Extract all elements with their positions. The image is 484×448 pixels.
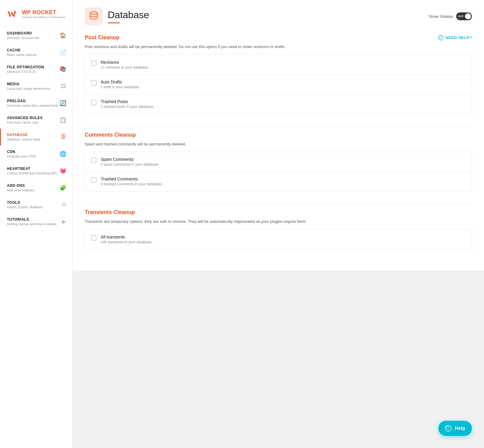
nav-item-title-advanced-rules: ADVANCED RULES: [7, 116, 43, 120]
option-name-0: Spam Comments: [101, 157, 159, 162]
transients-cleanup-title: Transients Cleanup: [85, 209, 135, 216]
help-circle-icon: [438, 35, 444, 41]
nav-item-icon-cdn: 🌐: [60, 151, 66, 157]
checkbox-0[interactable]: [91, 60, 96, 66]
sidebar-toggle-area: Show Sidebar OFF: [429, 12, 472, 20]
nav-item-icon-heartbeat: 💓: [60, 167, 66, 174]
nav-item-title-heartbeat: HEARTBEAT: [7, 167, 57, 171]
option-name-0: Revisions: [101, 60, 149, 65]
nav-item-subtitle-heartbeat: Control WordPress Heartbeat API: [7, 171, 57, 175]
option-item-1: Trashed Comments 0 trashed comments in y…: [85, 172, 472, 191]
transients-cleanup-section: Transients Cleanup Transients are tempor…: [85, 209, 472, 249]
post-cleanup-header: Post Cleanup NEED HELP?: [85, 34, 472, 41]
nav-item-icon-database: 🗄: [61, 134, 66, 140]
checkbox-1[interactable]: [91, 177, 96, 183]
option-item-2: Trashed Posts 2 trashed posts in your da…: [85, 94, 472, 114]
page-header: Database Show Sidebar OFF: [73, 0, 484, 25]
nav-item-icon-tools: ⚙: [61, 201, 66, 208]
divider-2: [85, 203, 472, 204]
nav-item-title-dashboard: DASHBOARD: [7, 31, 39, 35]
comments-cleanup-description: Spam and trashed comments will be perman…: [85, 141, 472, 147]
nav-item-icon-preload: 🔄: [60, 100, 66, 106]
nav-item-title-tools: TOOLS: [7, 200, 42, 205]
nav-item-subtitle-cache: Basic cache options: [7, 53, 37, 57]
nav-item-title-cdn: CDN: [7, 150, 36, 154]
option-name-0: All transients: [101, 235, 152, 239]
nav-item-title-tutorials: TUTORIALS: [7, 217, 57, 222]
nav-item-title-file-optimization: FILE OPTIMIZATION: [7, 65, 44, 69]
page-icon-wrapper: [85, 7, 103, 25]
sidebar-item-dashboard[interactable]: DASHBOARD Get help, account info 🏠: [0, 27, 72, 44]
option-item-1: Auto Drafts 1 draft in your database.: [85, 75, 472, 94]
sidebar-item-tutorials[interactable]: TUTORIALS Getting started and how to vid…: [0, 213, 72, 230]
nav-item-icon-advanced-rules: 📋: [60, 117, 66, 123]
wp-rocket-logo-icon: W: [6, 7, 19, 21]
main-content: Database Show Sidebar OFF Post Cleanup: [73, 0, 484, 448]
sidebar-item-media[interactable]: MEDIA LazyLoad, image dimensions 🖼: [0, 78, 72, 95]
sidebar-item-cdn[interactable]: CDN Integrate your CDN 🌐: [0, 145, 72, 162]
sidebar-item-add-ons[interactable]: ADD-ONS Add more features 🧩: [0, 179, 72, 196]
divider-1: [85, 126, 472, 126]
option-item-0: Revisions 11 revisions in your database.: [85, 55, 472, 75]
checkbox-0[interactable]: [91, 157, 96, 163]
svg-point-8: [446, 426, 449, 429]
transients-cleanup-header: Transients Cleanup: [85, 209, 472, 216]
svg-point-5: [439, 35, 442, 38]
nav-item-subtitle-advanced-rules: Fine-tune cache rules: [7, 121, 43, 124]
help-fab-button[interactable]: Help: [438, 421, 472, 436]
need-help-label: NEED HELP?: [446, 35, 472, 40]
comments-cleanup-options: Spam Comments 0 spam comments in your da…: [85, 152, 472, 191]
option-count-1: 0 trashed comments in your database.: [101, 182, 162, 186]
post-cleanup-description: Post revisions and drafts will be perman…: [85, 44, 472, 50]
checkbox-1[interactable]: [91, 80, 96, 86]
page-title: Database: [108, 9, 149, 21]
sidebar-toggle-switch[interactable]: OFF: [456, 12, 472, 20]
nav-item-subtitle-media: LazyLoad, image dimensions: [7, 87, 50, 90]
logo-subtitle: Superior WordPress Performance: [22, 16, 65, 19]
comments-cleanup-section: Comments Cleanup Spam and trashed commen…: [85, 132, 472, 192]
sidebar-item-cache[interactable]: CACHE Basic cache options 📄: [0, 44, 72, 61]
page-content-area: Post Cleanup NEED HELP? Post revisions a…: [73, 25, 484, 271]
nav-item-subtitle-add-ons: Add more features: [7, 188, 34, 192]
svg-point-4: [439, 35, 443, 40]
sidebar-item-tools[interactable]: TOOLS Import, Export, Rollback ⚙: [0, 196, 72, 213]
sidebar-item-advanced-rules[interactable]: ADVANCED RULES Fine-tune cache rules 📋: [0, 112, 72, 128]
nav-item-title-preload: PRELOAD: [7, 99, 59, 103]
nav-item-title-media: MEDIA: [7, 82, 50, 86]
logo-title: WP ROCKET: [22, 9, 65, 16]
nav-item-subtitle-tutorials: Getting started and how to videos: [7, 222, 57, 226]
sidebar-toggle-label: Show Sidebar: [429, 14, 453, 19]
nav-item-subtitle-preload: Generate cache files, preload fonts: [7, 104, 59, 107]
option-item-0: All transients 145 transients in your da…: [85, 230, 472, 249]
logo-area: W WP ROCKET Superior WordPress Performan…: [0, 0, 72, 27]
option-count-0: 145 transients in your database.: [101, 240, 152, 244]
nav-item-subtitle-database: Optimize, reduce bloat: [7, 138, 40, 141]
checkbox-2[interactable]: [91, 100, 96, 105]
nav-item-subtitle-file-optimization: Optimize CSS & JS: [7, 70, 44, 73]
post-cleanup-options: Revisions 11 revisions in your database.…: [85, 55, 472, 114]
checkbox-0[interactable]: [91, 235, 96, 241]
option-count-0: 11 revisions in your database.: [101, 65, 149, 70]
sidebar-item-heartbeat[interactable]: HEARTBEAT Control WordPress Heartbeat AP…: [0, 162, 72, 179]
transients-cleanup-description: Transients are temporary options; they a…: [85, 219, 472, 225]
toggle-knob: [465, 13, 471, 19]
sidebar-item-preload[interactable]: PRELOAD Generate cache files, preload fo…: [0, 95, 72, 112]
post-cleanup-title: Post Cleanup: [85, 34, 119, 41]
nav-item-title-add-ons: ADD-ONS: [7, 183, 34, 188]
sidebar-item-database[interactable]: DATABASE Optimize, reduce bloat 🗄: [0, 128, 72, 145]
nav-item-icon-dashboard: 🏠: [60, 32, 66, 39]
nav-item-icon-tutorials: ▶: [62, 218, 66, 225]
option-count-0: 0 spam comments in your database.: [101, 162, 159, 167]
help-fab-label: Help: [455, 426, 465, 431]
need-help-button[interactable]: NEED HELP?: [438, 35, 472, 41]
toggle-state-label: OFF: [458, 15, 464, 18]
help-fab-icon: [445, 425, 452, 432]
nav-item-subtitle-cdn: Integrate your CDN: [7, 154, 36, 158]
nav-item-title-database: DATABASE: [7, 133, 40, 137]
svg-point-3: [90, 12, 97, 14]
nav-item-icon-media: 🖼: [61, 83, 66, 89]
sidebar-item-file-optimization[interactable]: FILE OPTIMIZATION Optimize CSS & JS 📚: [0, 61, 72, 78]
option-name-1: Auto Drafts: [101, 80, 140, 84]
nav-item-icon-add-ons: 🧩: [60, 184, 66, 191]
nav-item-icon-cache: 📄: [60, 49, 66, 56]
